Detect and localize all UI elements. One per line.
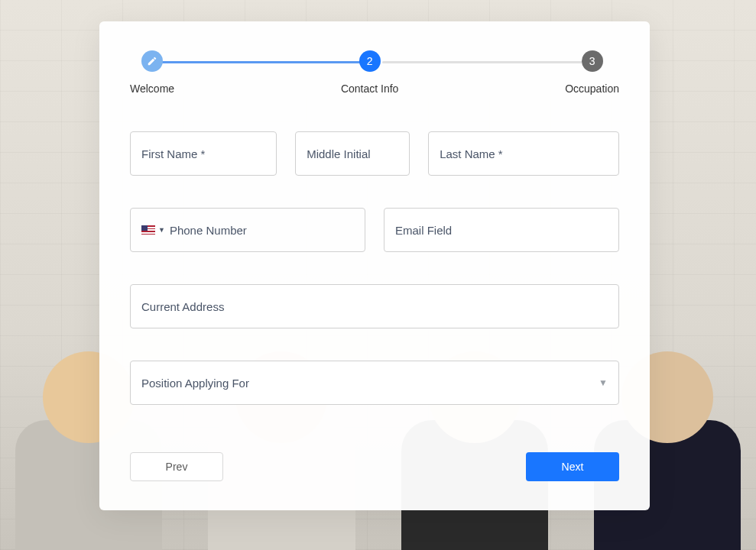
phone-number-field[interactable] [170, 224, 315, 237]
us-flag-icon[interactable] [141, 225, 155, 235]
step-connector-inactive [382, 61, 593, 63]
pencil-icon [147, 56, 157, 66]
contact-info-form: ▼ Position Applying For ▼ [130, 131, 619, 481]
prev-button[interactable]: Prev [130, 452, 223, 481]
step-label: Contact Info [341, 82, 399, 95]
step-connector-active [156, 61, 370, 63]
position-applying-for-select[interactable]: Position Applying For ▼ [130, 361, 619, 405]
stepper: Welcome 2 Contact Info 3 Occupation [130, 50, 619, 95]
step-contact-info: 2 Contact Info [341, 50, 399, 95]
phone-field-wrapper: ▼ [130, 208, 365, 252]
step-done-icon [141, 50, 163, 72]
last-name-field[interactable] [428, 131, 619, 176]
form-card: Welcome 2 Contact Info 3 Occupation [99, 21, 650, 510]
step-pending-number: 3 [582, 50, 603, 72]
chevron-down-icon[interactable]: ▼ [158, 226, 165, 234]
first-name-field[interactable] [130, 131, 277, 176]
step-welcome: Welcome [130, 50, 174, 95]
next-button[interactable]: Next [526, 452, 619, 481]
step-occupation: 3 Occupation [565, 50, 619, 95]
select-placeholder: Position Applying For [141, 377, 249, 390]
current-address-field[interactable] [130, 284, 619, 328]
chevron-down-icon: ▼ [599, 377, 608, 388]
step-label: Occupation [565, 82, 619, 95]
email-field[interactable] [384, 208, 619, 252]
step-label: Welcome [130, 82, 174, 95]
step-active-number: 2 [359, 50, 381, 72]
middle-initial-field[interactable] [295, 131, 410, 176]
